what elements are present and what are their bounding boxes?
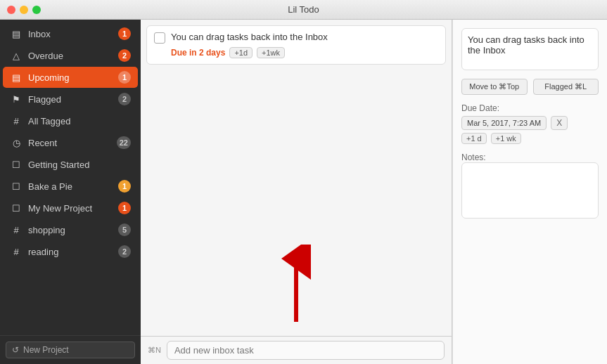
due-date-label: Due Date: xyxy=(461,103,599,113)
due-date-row: Mar 5, 2017, 7:23 AM X xyxy=(461,116,599,130)
sidebar-badge: 2 xyxy=(118,49,131,62)
sidebar-badge: 1 xyxy=(118,180,131,193)
plus-1d-button[interactable]: +1 d xyxy=(461,133,487,144)
sidebar-item-label: Recent xyxy=(28,138,117,148)
new-project-button[interactable]: ↺ New Project xyxy=(6,342,135,358)
sidebar-item-label: Getting Started xyxy=(28,160,131,170)
detail-actions: Move to ⌘Top Flagged ⌘L xyxy=(461,79,599,95)
notes-label: Notes: xyxy=(461,152,599,162)
due-date-value[interactable]: Mar 5, 2017, 7:23 AM xyxy=(461,116,547,130)
sidebar-item-getting-started[interactable]: ☐Getting Started xyxy=(3,154,138,175)
up-arrow-icon xyxy=(275,245,317,329)
task-list: You can drag tasks back into the InboxDu… xyxy=(141,20,452,223)
sidebar-item-label: Inbox xyxy=(28,29,118,39)
sidebar-item-recent[interactable]: ◷Recent22 xyxy=(3,132,138,153)
sidebar-item-label: My New Project xyxy=(28,203,118,214)
sidebar-item-reading[interactable]: #reading2 xyxy=(3,241,138,262)
time-adjust-btn[interactable]: +1d xyxy=(229,47,253,58)
sidebar-item-label: reading xyxy=(28,247,118,257)
task-title: You can drag tasks back into the Inbox xyxy=(171,32,438,42)
task-item: You can drag tasks back into the InboxDu… xyxy=(146,25,446,65)
sidebar-item-label: shopping xyxy=(28,225,118,235)
tag-icon: # xyxy=(10,245,23,258)
due-date-section: Due Date: Mar 5, 2017, 7:23 AM X +1 d +1… xyxy=(461,103,599,144)
maximize-button[interactable] xyxy=(32,6,41,14)
sidebar-badge: 2 xyxy=(118,245,131,258)
sidebar-item-label: Flagged xyxy=(28,94,118,105)
sidebar-badge: 22 xyxy=(117,136,131,149)
sidebar-badge: 2 xyxy=(118,93,131,105)
sidebar-item-flagged[interactable]: ⚑Flagged2 xyxy=(3,89,138,110)
sidebar: ▤Inbox1△Overdue2▤Upcoming1⚑Flagged2#All … xyxy=(0,20,141,364)
sidebar-item-inbox[interactable]: ▤Inbox1 xyxy=(3,23,138,44)
task-checkbox[interactable] xyxy=(154,32,165,44)
flagged-button[interactable]: Flagged ⌘L xyxy=(533,79,599,95)
sidebar-item-label: Overdue xyxy=(28,51,118,61)
right-panel: You can drag tasks back into the Inbox M… xyxy=(452,20,607,364)
doc-icon: ☐ xyxy=(10,180,23,193)
task-meta: Due in 2 days+1d+1wk xyxy=(154,47,438,58)
clear-date-button[interactable]: X xyxy=(551,116,568,130)
add-task-bar: ⌘N xyxy=(141,336,452,364)
refresh-icon: ↺ xyxy=(12,345,19,355)
title-bar: Lil Todo xyxy=(0,0,607,20)
sidebar-item-label: All Tagged xyxy=(28,116,131,126)
doc-icon: ☐ xyxy=(10,202,23,214)
minimize-button[interactable] xyxy=(20,6,28,14)
sidebar-badge: 1 xyxy=(118,71,131,84)
inbox-icon: ▤ xyxy=(10,27,23,40)
task-detail-text: You can drag tasks back into the Inbox xyxy=(461,28,599,70)
time-adjust-btn[interactable]: +1wk xyxy=(257,47,285,58)
sidebar-item-bake-a-pie[interactable]: ☐Bake a Pie1 xyxy=(3,176,138,197)
window-controls[interactable] xyxy=(7,6,41,14)
sidebar-item-label: Upcoming xyxy=(28,72,118,83)
recent-icon: ◷ xyxy=(10,136,23,149)
flagged-icon: ⚑ xyxy=(10,93,23,105)
doc-icon: ☐ xyxy=(10,158,23,171)
notes-input[interactable] xyxy=(461,162,599,219)
plus-1wk-button[interactable]: +1 wk xyxy=(491,133,521,144)
sidebar-badge: 1 xyxy=(118,27,131,40)
add-task-shortcut: ⌘N xyxy=(148,346,161,355)
sidebar-bottom: ↺ New Project xyxy=(0,335,141,364)
upcoming-icon: ▤ xyxy=(10,71,23,84)
sidebar-item-upcoming[interactable]: ▤Upcoming1 xyxy=(3,67,138,88)
task-item-header: You can drag tasks back into the Inbox xyxy=(154,32,438,44)
notes-section: Notes: xyxy=(461,152,599,221)
move-to-top-button[interactable]: Move to ⌘Top xyxy=(461,79,528,95)
sidebar-item-my-new-project[interactable]: ☐My New Project1 xyxy=(3,197,138,219)
main-content: You can drag tasks back into the InboxDu… xyxy=(141,20,452,364)
sidebar-item-shopping[interactable]: #shopping5 xyxy=(3,219,138,240)
sidebar-badge: 5 xyxy=(118,223,131,236)
new-project-label: New Project xyxy=(23,345,69,355)
arrow-indicator xyxy=(141,223,452,336)
close-button[interactable] xyxy=(7,6,15,14)
sidebar-item-overdue[interactable]: △Overdue2 xyxy=(3,45,138,66)
sidebar-item-label: Bake a Pie xyxy=(28,181,118,192)
add-task-input[interactable] xyxy=(167,341,445,360)
due-label: Due in 2 days xyxy=(171,48,225,58)
overdue-icon: △ xyxy=(10,49,23,62)
window-title: Lil Todo xyxy=(288,4,319,15)
app-body: ▤Inbox1△Overdue2▤Upcoming1⚑Flagged2#All … xyxy=(0,20,607,364)
sidebar-items: ▤Inbox1△Overdue2▤Upcoming1⚑Flagged2#All … xyxy=(0,20,141,335)
sidebar-badge: 1 xyxy=(118,202,131,214)
sidebar-item-all-tagged[interactable]: #All Tagged xyxy=(3,110,138,131)
tag-icon: # xyxy=(10,223,23,236)
time-adjust-row: +1 d +1 wk xyxy=(461,133,599,144)
tag-icon: # xyxy=(10,115,23,127)
